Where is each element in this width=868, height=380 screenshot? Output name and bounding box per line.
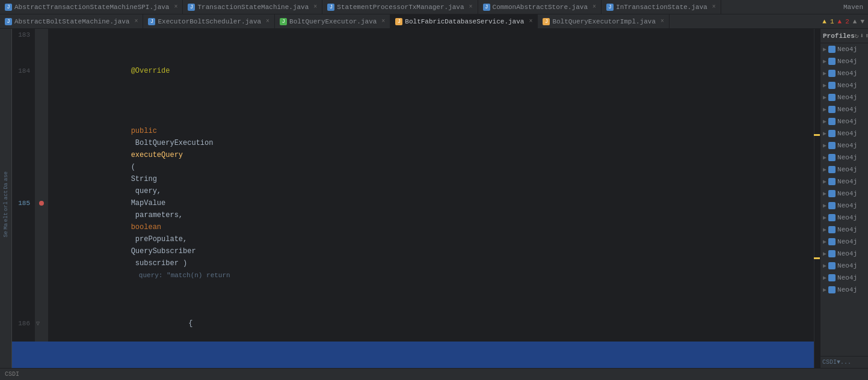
list-item[interactable]: ▶ Neo4j: [820, 139, 868, 152]
java-icon: J: [148, 18, 155, 25]
scroll-indicator[interactable]: [814, 29, 820, 380]
download-icon[interactable]: ⬇: [860, 32, 864, 40]
list-item[interactable]: ▶ Neo4j: [820, 152, 868, 164]
db-icon: [828, 142, 836, 149]
list-item[interactable]: ▶ Neo4j: [820, 115, 868, 127]
profile-name: Neo4j: [837, 82, 857, 89]
db-icon: [828, 130, 836, 137]
list-item[interactable]: ▶ Neo4j: [820, 236, 868, 248]
close-icon[interactable]: ×: [529, 18, 532, 25]
tab-common-abstract-store[interactable]: J CommonAbstractStore.java ×: [478, 0, 602, 14]
tab-abstract-transaction[interactable]: J AbstractTransactionStateMachineSPI.jav…: [0, 0, 183, 14]
profile-name: Neo4j: [837, 166, 857, 173]
tab-bolt-fabric-db-service[interactable]: J BoltFabricDatabaseService.java ×: [390, 14, 538, 29]
profile-name: Neo4j: [837, 238, 857, 245]
expand-icon: ▶: [823, 118, 826, 125]
list-item[interactable]: ▶ Neo4j: [820, 43, 868, 55]
expand-icon: ▶: [823, 154, 826, 161]
status-bar: CSDI: [0, 368, 868, 380]
list-item[interactable]: ▶ Neo4j: [820, 248, 868, 260]
side-label-se[interactable]: Se: [3, 231, 9, 238]
tab-in-transaction-state[interactable]: J InTransactionState.java ×: [602, 0, 721, 14]
close-icon[interactable]: ×: [469, 4, 473, 10]
expand-icon: ▶: [823, 178, 826, 185]
close-icon[interactable]: ×: [660, 18, 664, 25]
db-icon: [828, 190, 836, 197]
close-icon[interactable]: ×: [313, 4, 317, 10]
list-item[interactable]: ▶ Neo4j: [820, 260, 868, 272]
expand-icon: ▶: [823, 106, 826, 113]
code-line: [48, 29, 814, 41]
profile-name: Neo4j: [837, 190, 857, 197]
side-label-da[interactable]: Da: [3, 183, 9, 189]
profile-name: Neo4j: [837, 70, 857, 77]
close-icon[interactable]: ×: [134, 18, 138, 25]
status-text: CSDI: [5, 371, 19, 378]
close-icon[interactable]: ×: [266, 18, 269, 25]
expand-icon: ▶: [823, 142, 826, 149]
code-editor: 183 184 @Override: [12, 29, 814, 380]
list-item[interactable]: ▶ Neo4j: [820, 200, 868, 212]
close-icon[interactable]: ×: [593, 4, 596, 10]
db-icon: [828, 238, 836, 245]
code-scroll-area[interactable]: 183 184 @Override: [12, 29, 814, 380]
list-item[interactable]: ▶ Neo4j: [820, 176, 868, 188]
side-label-elt[interactable]: elt: [3, 212, 9, 222]
db-icon: [828, 70, 836, 77]
expand-icon: ▶: [823, 286, 826, 293]
up-arrow-icon[interactable]: ▲: [853, 18, 857, 25]
list-item[interactable]: ▶ Neo4j: [820, 79, 868, 91]
close-icon[interactable]: ×: [381, 18, 385, 25]
expand-icon: ▶: [823, 70, 826, 77]
expand-icon: ▶: [823, 94, 826, 101]
tab-abstract-bolt[interactable]: J AbstractBoltStateMachine.java ×: [0, 14, 143, 29]
list-item[interactable]: ▶ Neo4j: [820, 67, 868, 79]
close-icon[interactable]: ×: [712, 4, 716, 10]
side-label-base[interactable]: ase: [3, 171, 9, 181]
maven-label: Maven: [839, 4, 868, 11]
expand-icon: ▶: [823, 58, 826, 65]
profile-name: Neo4j: [837, 154, 857, 161]
profile-name: Neo4j: [837, 178, 857, 185]
list-item[interactable]: ▶ Neo4j: [820, 284, 868, 296]
fold-arrow-icon[interactable]: ▽: [36, 320, 40, 327]
side-label-ma[interactable]: Ma: [3, 223, 9, 230]
list-item[interactable]: ▶ Neo4j: [820, 127, 868, 139]
refresh-icon[interactable]: ↻: [855, 32, 859, 40]
profiles-list: ▶ Neo4j ▶ Neo4j ▶ Neo4j ▶ Neo4j: [820, 43, 868, 380]
tab-executor-bolt[interactable]: J ExecutorBoltScheduler.java ×: [143, 14, 275, 29]
list-item[interactable]: ▶ Neo4j: [820, 272, 868, 284]
java-icon: J: [395, 18, 402, 25]
expand-icon: ▶: [823, 226, 826, 233]
tab-bar-top: J AbstractTransactionStateMachineSPI.jav…: [0, 0, 868, 14]
list-item[interactable]: ▶ Neo4j: [820, 91, 868, 103]
db-icon: [828, 214, 836, 221]
tab-transaction-state-machine[interactable]: J TransactionStateMachine.java ×: [183, 0, 322, 14]
profile-name: Neo4j: [837, 46, 857, 53]
upload-icon[interactable]: ⬆: [865, 32, 868, 40]
db-icon: [828, 226, 836, 233]
table-row: 183: [12, 29, 814, 41]
close-icon[interactable]: ×: [174, 4, 177, 10]
java-icon: J: [5, 18, 12, 25]
db-icon: [828, 274, 836, 281]
profile-name: Neo4j: [837, 58, 857, 65]
list-item[interactable]: ▶ Neo4j: [820, 103, 868, 115]
profile-name: Neo4j: [837, 142, 857, 149]
tab-statement-processor[interactable]: J StatementProcessorTxManager.java ×: [322, 0, 478, 14]
list-item[interactable]: ▶ Neo4j: [820, 164, 868, 176]
down-arrow-icon[interactable]: ▼: [860, 18, 864, 25]
annotation: @Override: [131, 67, 170, 75]
side-label-act[interactable]: act: [3, 190, 9, 200]
tab-bolt-query-executor[interactable]: J BoltQueryExecutor.java ×: [275, 14, 390, 29]
list-item[interactable]: ▶ Neo4j: [820, 55, 868, 67]
tab-bolt-query-executor-impl[interactable]: J BoltQueryExecutorImpl.java ×: [538, 14, 669, 29]
list-item[interactable]: ▶ Neo4j: [820, 188, 868, 200]
csdi-item[interactable]: CSDI▼...: [820, 356, 868, 368]
line-number: 186: [12, 305, 35, 342]
scroll-mark-warning: [814, 134, 820, 136]
side-label-orl[interactable]: orl: [3, 201, 9, 211]
list-item[interactable]: ▶ Neo4j: [820, 212, 868, 224]
java-icon: J: [5, 4, 12, 11]
list-item[interactable]: ▶ Neo4j: [820, 224, 868, 236]
